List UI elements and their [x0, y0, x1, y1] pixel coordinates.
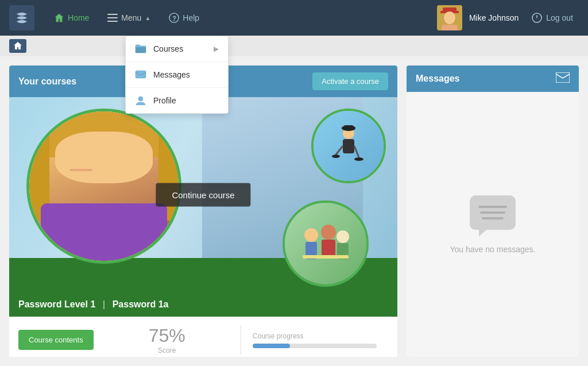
- svg-rect-2: [107, 21, 118, 22]
- svg-point-13: [138, 97, 143, 101]
- course-title-bar: Password Level 1 | Password 1a: [9, 292, 397, 317]
- nav-right: Mike Johnson Log out: [437, 5, 579, 30]
- svg-text:?: ?: [173, 15, 177, 22]
- svg-point-24: [321, 225, 336, 240]
- svg-rect-11: [136, 47, 146, 53]
- dropdown-menu: Courses ▶ Messages Profile: [125, 36, 229, 114]
- score-section: 75% Score: [94, 325, 241, 355]
- skater-circle: [311, 109, 386, 183]
- messages-body: You have no messages.: [407, 92, 579, 357]
- svg-point-8: [444, 11, 455, 24]
- activate-course-button[interactable]: Activate a course: [312, 72, 388, 90]
- progress-bar-fill: [253, 344, 290, 348]
- svg-rect-15: [343, 139, 354, 153]
- logo[interactable]: [9, 5, 34, 30]
- svg-rect-28: [303, 255, 349, 259]
- messages-title: Messages: [416, 74, 460, 84]
- svg-rect-9: [442, 25, 458, 30]
- home-label: Home: [68, 13, 89, 22]
- course-title-sub: Password 1a: [113, 299, 169, 309]
- envelope-icon: [556, 72, 570, 85]
- title-pipe: |: [103, 299, 108, 309]
- course-image: Continue course: [9, 97, 397, 292]
- progress-bar-bg: [253, 344, 377, 348]
- svg-rect-29: [556, 72, 570, 83]
- main-content: Your courses Activate a course: [0, 56, 588, 366]
- messages-header: Messages: [407, 66, 579, 92]
- continue-course-button[interactable]: Continue course: [156, 183, 250, 207]
- breadcrumb: [0, 36, 588, 56]
- message-icon: [135, 69, 146, 80]
- logout-button[interactable]: Log out: [525, 9, 579, 27]
- menu-label: Menu: [121, 13, 141, 22]
- menu-arrow-icon: ▲: [145, 15, 150, 21]
- progress-section: Course progress: [241, 332, 388, 348]
- score-value: 75%: [105, 325, 229, 346]
- course-contents-button[interactable]: Course contents: [18, 330, 94, 350]
- dropdown-courses[interactable]: Courses ▶: [126, 36, 228, 62]
- score-label: Score: [105, 346, 229, 355]
- nav-home[interactable]: Home: [46, 8, 97, 28]
- nav-items: Home Menu ▲ ? Help: [46, 8, 437, 28]
- progress-label: Course progress: [253, 332, 377, 340]
- svg-point-26: [336, 230, 349, 243]
- dropdown-profile[interactable]: Profile: [126, 88, 228, 113]
- svg-rect-21: [344, 125, 353, 130]
- courses-arrow: ▶: [214, 45, 219, 53]
- students-circle: [283, 201, 369, 287]
- svg-point-18: [354, 157, 363, 161]
- person-icon: [135, 95, 146, 106]
- course-footer: Course contents 75% Score Course progres…: [9, 317, 397, 357]
- course-title: Password Level 1 | Password 1a: [18, 299, 169, 309]
- message-bubble-icon: [470, 195, 516, 236]
- course-card: Continue course: [9, 97, 397, 357]
- breadcrumb-home-button[interactable]: [9, 39, 26, 53]
- navbar: Home Menu ▲ ? Help: [0, 0, 588, 36]
- svg-point-22: [304, 228, 318, 242]
- nav-menu[interactable]: Menu ▲: [99, 9, 158, 27]
- messages-label: Messages: [153, 70, 190, 79]
- folder-icon: [135, 43, 146, 55]
- profile-label: Profile: [153, 96, 176, 105]
- courses-section-title: Your courses: [18, 76, 76, 87]
- svg-rect-0: [107, 14, 118, 15]
- avatar: [437, 5, 462, 30]
- no-messages-text: You have no messages.: [450, 245, 536, 254]
- courses-label: Courses: [153, 44, 183, 53]
- svg-point-19: [332, 155, 340, 158]
- svg-line-16: [336, 146, 343, 155]
- user-name: Mike Johnson: [469, 13, 519, 22]
- help-label: Help: [183, 13, 199, 22]
- logout-label: Log out: [546, 13, 573, 22]
- nav-help[interactable]: ? Help: [161, 8, 207, 28]
- svg-line-17: [354, 146, 359, 157]
- dropdown-messages[interactable]: Messages: [126, 62, 228, 88]
- svg-rect-1: [107, 17, 118, 18]
- svg-rect-12: [136, 71, 146, 78]
- messages-panel: Messages You have n: [407, 66, 579, 357]
- course-title-bold: Password Level 1: [18, 299, 95, 309]
